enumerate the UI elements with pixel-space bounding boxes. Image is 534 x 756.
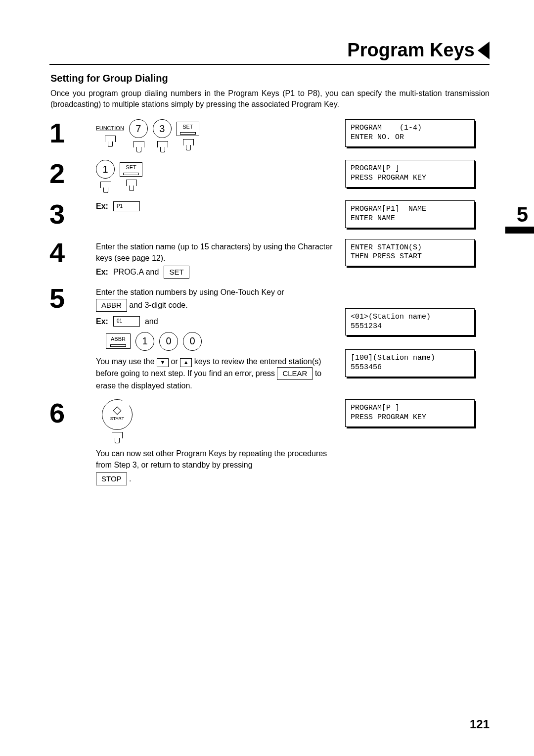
step5-review2: or [171, 357, 180, 366]
display-col: PROGRAM[P ] PRESS PROGRAM KEY [345, 160, 474, 194]
display-col: PROGRAM[P ] PRESS PROGRAM KEY [345, 399, 474, 487]
abbr-button-cap: ABBR [96, 299, 127, 312]
lcd-display: [100](Station name) 5553456 [345, 349, 475, 377]
page-number: 121 [470, 717, 490, 731]
step-content: FUNCTION 7 3 SET [96, 119, 333, 154]
step-content: 1 SET [96, 160, 333, 194]
digit-key-3: 3 [153, 119, 172, 138]
chapter-number: 5 [517, 203, 528, 227]
display-col: PROGRAM[P1] NAME ENTER NAME [345, 200, 474, 233]
manual-page: Program Keys Setting for Group Dialing O… [0, 0, 534, 756]
set-key-label: SET [126, 164, 136, 172]
one-touch-01-key: 01 [113, 316, 140, 327]
lcd-display: PROGRAM[P ] PRESS PROGRAM KEY [345, 399, 475, 427]
step6-text: You can now set other Program Keys by re… [96, 449, 327, 469]
step-content: Ex: P1 [96, 200, 333, 233]
display-col: <01>(Station name) 5551234 [100](Station… [345, 284, 474, 393]
example-label: Ex: [96, 316, 108, 327]
down-arrow-key: ▼ [157, 358, 169, 367]
press-icon [181, 139, 195, 152]
set-key: SET [177, 122, 199, 136]
intro-text: Once you program group dialing numbers i… [50, 88, 490, 109]
sub-heading: Setting for Group Dialing [50, 73, 490, 84]
digit-key-1: 1 [96, 160, 115, 179]
step-number: 3 [49, 200, 84, 233]
digit-key-1: 1 [135, 332, 154, 351]
title-bar: Program Keys [49, 40, 490, 61]
and-label: and [145, 316, 158, 327]
display-col: PROGRAM (1-4) ENTER NO. OR [345, 119, 474, 154]
press-icon [98, 182, 112, 194]
example-label: Ex: [96, 200, 108, 212]
display-col: ENTER STATION(S) THEN PRESS START [345, 239, 474, 279]
abbr-key: ABBR [106, 333, 131, 349]
p1-key: P1 [113, 201, 140, 212]
clear-button-cap: CLEAR [277, 367, 312, 380]
key-bar-icon [123, 173, 139, 175]
press-icon [155, 141, 169, 154]
chapter-tab-bar [505, 227, 534, 234]
function-key-label: FUNCTION [96, 125, 124, 133]
example-value: PROG.A and [113, 266, 159, 278]
chapter-side-tab: 5 [505, 203, 534, 234]
step-content: Enter the station name (up to 15 charact… [96, 239, 333, 279]
up-arrow-key: ▲ [180, 358, 192, 367]
key-bar-icon [110, 344, 126, 347]
step5-text1b: and 3-digit code. [129, 301, 187, 309]
press-icon [110, 432, 124, 445]
key-bar-icon [180, 132, 196, 135]
lcd-display: PROGRAM[P ] PRESS PROGRAM KEY [345, 160, 475, 188]
step-number: 1 [49, 119, 84, 154]
step-number: 5 [49, 284, 84, 393]
stop-button-cap: STOP [96, 472, 127, 485]
page-title: Program Keys [347, 40, 475, 61]
lcd-display: PROGRAM[P1] NAME ENTER NAME [345, 200, 475, 228]
digit-key-7: 7 [129, 119, 148, 138]
digit-key-0: 0 [183, 332, 202, 351]
set-key-label: SET [182, 123, 193, 131]
set-key: SET [120, 162, 142, 177]
step-content: Enter the station numbers by using One-T… [96, 284, 333, 393]
lcd-display: ENTER STATION(S) THEN PRESS START [345, 239, 475, 267]
lcd-display: <01>(Station name) 5551234 [345, 308, 475, 336]
step4-text: Enter the station name (up to 15 charact… [96, 241, 333, 264]
lcd-display: PROGRAM (1-4) ENTER NO. OR [345, 119, 475, 147]
divider [49, 64, 490, 65]
diamond-icon [113, 406, 122, 415]
steps-list: 1 FUNCTION 7 3 SET [49, 119, 490, 487]
digit-key-0: 0 [159, 332, 178, 351]
start-key-label: START [110, 416, 125, 422]
left-arrow-icon [478, 42, 490, 59]
step5-review1: You may use the [96, 357, 157, 366]
step-number: 4 [49, 239, 84, 279]
step-number: 6 [49, 399, 84, 487]
set-button-cap: SET [164, 266, 189, 279]
step5-text1: Enter the station numbers by using One-T… [96, 288, 284, 296]
start-key: START [102, 399, 133, 430]
example-label: Ex: [96, 266, 108, 278]
abbr-key-label: ABBR [111, 335, 126, 343]
press-icon [124, 180, 138, 192]
press-icon [103, 136, 117, 148]
step-number: 2 [49, 160, 84, 194]
press-icon [132, 141, 145, 154]
step-content: START You can now set other Program Keys… [96, 399, 333, 487]
